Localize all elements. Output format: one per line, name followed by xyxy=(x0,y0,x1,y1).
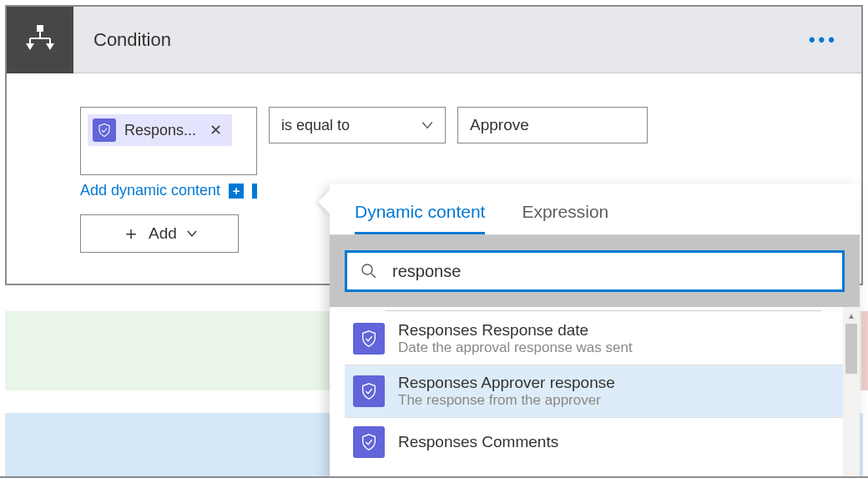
search-box[interactable] xyxy=(345,250,845,292)
search-input[interactable] xyxy=(392,262,829,281)
left-operand-box[interactable]: Respons... ✕ xyxy=(80,107,257,175)
approval-icon xyxy=(93,118,116,142)
svg-marker-6 xyxy=(46,43,54,50)
remove-token-button[interactable]: ✕ xyxy=(204,121,227,139)
add-dynamic-content-link[interactable]: Add dynamic content xyxy=(80,182,220,199)
card-title: Condition xyxy=(73,29,809,51)
operator-select[interactable]: is equal to xyxy=(269,107,446,143)
result-item[interactable]: Responses Response date Date the approva… xyxy=(345,313,845,365)
tab-dynamic-content[interactable]: Dynamic content xyxy=(355,202,485,234)
chevron-down-icon xyxy=(187,229,197,239)
tab-expression[interactable]: Expression xyxy=(522,202,608,234)
results-panel: Responses Response date Date the approva… xyxy=(330,307,860,482)
result-title: Responses Response date xyxy=(398,321,633,340)
card-header: Condition ••• xyxy=(7,7,861,73)
result-title: Responses Approver response xyxy=(398,374,615,392)
search-icon xyxy=(361,263,377,279)
svg-line-8 xyxy=(371,274,376,278)
approval-icon xyxy=(353,426,385,458)
divider xyxy=(385,310,821,311)
bottom-border xyxy=(0,476,868,483)
result-title: Responses Comments xyxy=(398,433,558,451)
flyout-tabs: Dynamic content Expression xyxy=(330,184,860,235)
svg-marker-5 xyxy=(26,43,34,50)
result-desc: The response from the approver xyxy=(398,392,615,409)
chevron-down-icon xyxy=(421,119,433,131)
card-menu-button[interactable]: ••• xyxy=(809,29,861,51)
add-button[interactable]: ＋ Add xyxy=(80,214,239,253)
right-operand-input[interactable]: Approve xyxy=(457,107,648,143)
no-branch-bg xyxy=(861,311,868,390)
condition-icon xyxy=(7,7,73,73)
bar-icon xyxy=(252,184,257,199)
dynamic-content-flyout: Dynamic content Expression Responses Res… xyxy=(330,184,860,482)
result-item[interactable]: Responses Comments xyxy=(345,418,845,466)
plus-icon[interactable]: + xyxy=(229,184,244,199)
search-wrap xyxy=(330,235,860,307)
result-item[interactable]: Responses Approver response The response… xyxy=(345,365,845,418)
svg-rect-0 xyxy=(37,25,43,32)
plus-icon: ＋ xyxy=(122,221,140,246)
scrollbar[interactable]: ▲ xyxy=(843,307,860,482)
approval-icon xyxy=(353,375,385,407)
result-desc: Date the approval response was sent xyxy=(398,340,633,356)
approval-icon xyxy=(353,323,385,355)
condition-row: Respons... ✕ is equal to Approve xyxy=(80,107,861,175)
operator-label: is equal to xyxy=(281,117,350,134)
token-label: Respons... xyxy=(116,122,204,139)
flyout-arrow xyxy=(318,190,330,214)
right-operand-value: Approve xyxy=(470,116,529,134)
add-button-label: Add xyxy=(149,224,177,243)
scroll-thumb[interactable] xyxy=(845,324,857,374)
scroll-up-arrow[interactable]: ▲ xyxy=(843,307,860,324)
dynamic-token[interactable]: Respons... ✕ xyxy=(88,114,232,146)
svg-point-7 xyxy=(362,264,372,274)
